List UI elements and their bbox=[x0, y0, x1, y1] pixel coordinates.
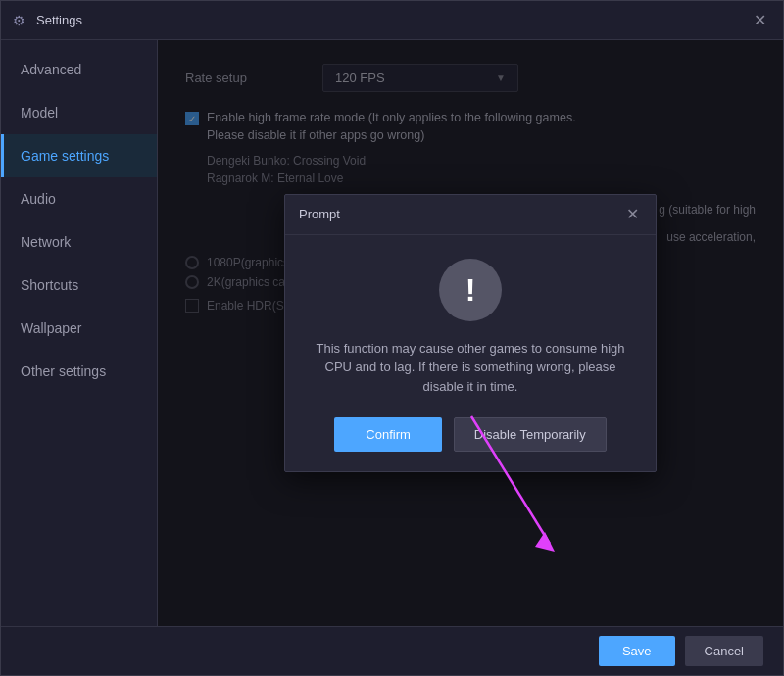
sidebar-item-network[interactable]: Network bbox=[1, 220, 157, 264]
exclamation-icon: ! bbox=[466, 274, 476, 306]
cancel-button[interactable]: Cancel bbox=[685, 636, 763, 666]
sidebar-item-model[interactable]: Model bbox=[1, 91, 157, 134]
settings-window: ⚙ Settings ✕ Advanced Model Game setting… bbox=[0, 0, 784, 676]
prompt-body: ! This function may cause other games to… bbox=[285, 235, 656, 472]
settings-window-icon: ⚙ bbox=[13, 13, 28, 28]
sidebar-item-other-settings[interactable]: Other settings bbox=[1, 350, 157, 393]
sidebar: Advanced Model Game settings Audio Netwo… bbox=[1, 40, 158, 626]
sidebar-item-shortcuts[interactable]: Shortcuts bbox=[1, 264, 157, 307]
overlay-backdrop: Prompt ✕ ! This function may cause other… bbox=[158, 40, 783, 626]
main-panel: Rate setup 120 FPS ▼ Enable high frame r… bbox=[158, 40, 783, 626]
save-button[interactable]: Save bbox=[599, 636, 675, 666]
prompt-warning-icon: ! bbox=[439, 259, 502, 321]
sidebar-item-game-settings[interactable]: Game settings bbox=[1, 134, 157, 177]
disable-temporarily-button[interactable]: Disable Temporarily bbox=[454, 417, 607, 452]
prompt-title: Prompt bbox=[299, 207, 340, 221]
confirm-button[interactable]: Confirm bbox=[334, 417, 442, 452]
sidebar-item-advanced[interactable]: Advanced bbox=[1, 48, 157, 91]
prompt-message: This function may cause other games to c… bbox=[313, 339, 628, 397]
content-area: Advanced Model Game settings Audio Netwo… bbox=[1, 40, 783, 626]
sidebar-item-audio[interactable]: Audio bbox=[1, 177, 157, 220]
prompt-title-bar: Prompt ✕ bbox=[285, 195, 656, 235]
sidebar-item-wallpaper[interactable]: Wallpaper bbox=[1, 307, 157, 350]
bottom-bar: Save Cancel bbox=[1, 626, 783, 675]
prompt-dialog: Prompt ✕ ! This function may cause other… bbox=[284, 194, 657, 473]
window-title: Settings bbox=[36, 13, 748, 27]
window-close-button[interactable]: ✕ bbox=[748, 9, 771, 32]
title-bar: ⚙ Settings ✕ bbox=[1, 1, 783, 40]
prompt-buttons: Confirm Disable Temporarily bbox=[334, 417, 606, 452]
prompt-close-button[interactable]: ✕ bbox=[622, 205, 642, 224]
